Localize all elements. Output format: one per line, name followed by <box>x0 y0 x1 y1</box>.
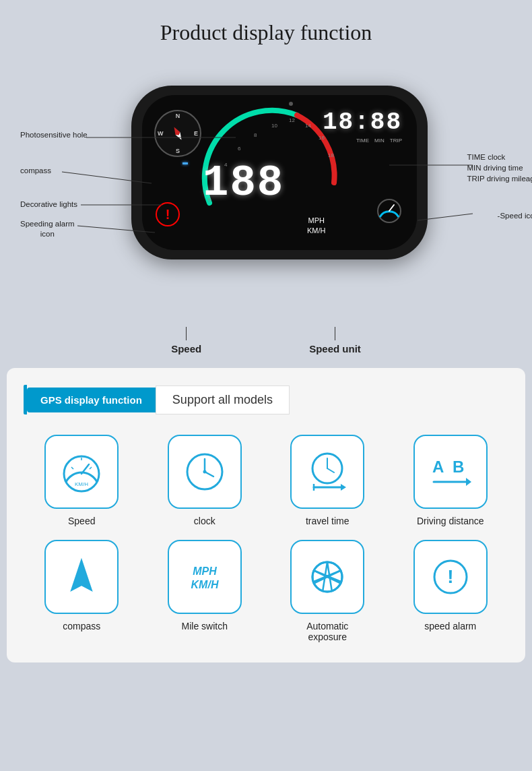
speed-icon-label: -Speed icon <box>498 210 532 221</box>
svg-line-24 <box>71 467 73 469</box>
svg-text:6: 6 <box>238 146 241 152</box>
distance-icon-box: A B <box>413 435 488 509</box>
mile-icon-box: MPH KM/H <box>168 540 242 614</box>
speeding-alarm-icon: ! <box>156 202 180 226</box>
alarm-icon-box: ! <box>413 540 488 614</box>
compass-label: compass <box>20 165 51 176</box>
svg-point-31 <box>203 470 206 474</box>
feature-auto-exposure: Automatic exposure <box>269 540 386 642</box>
svg-text:B: B <box>453 458 464 476</box>
bottom-section: GPS display function Support all models … <box>7 368 525 662</box>
svg-text:MPH: MPH <box>193 565 217 577</box>
svg-line-34 <box>327 468 334 472</box>
compass-feature-label: compass <box>63 621 100 631</box>
speed-units: MPH KM/H <box>307 216 326 235</box>
speed-unit-bottom-label: Speed unit <box>309 327 361 354</box>
time-digits: 18:88 <box>323 109 402 136</box>
svg-text:14: 14 <box>305 123 311 129</box>
decorative-label: Decorative lights <box>20 199 77 210</box>
travel-icon-box <box>290 435 364 509</box>
clock-icon-box <box>168 435 242 509</box>
device-diagram: Photosensitive hole compass Decorative l… <box>13 65 532 321</box>
kmh-label: KM/H <box>307 226 326 235</box>
svg-text:KM/H: KM/H <box>75 481 88 487</box>
speed-icon-widget <box>376 198 402 226</box>
decorative-lights <box>182 162 188 164</box>
svg-text:!: ! <box>447 566 453 587</box>
speed-alarm-label: speed alarm <box>424 621 476 631</box>
mile-switch-icon: MPH KM/H <box>181 553 228 600</box>
time-sub-labels: TIME MIN TRIP <box>323 137 402 144</box>
driving-distance-label: Driving distance <box>417 516 484 526</box>
svg-marker-42 <box>71 560 92 590</box>
feature-clock: clock <box>147 435 263 526</box>
travel-time-label: travel time <box>306 516 350 526</box>
feature-compass: compass <box>24 540 140 642</box>
speed-digits: 188 <box>203 159 284 208</box>
svg-text:8: 8 <box>254 132 257 138</box>
feature-driving-distance: A B Driving distance <box>393 435 509 526</box>
time-display: 18:88 TIME MIN TRIP <box>323 109 402 144</box>
time-clock-label: TIME clock MIN driving time TRIP driving… <box>467 152 532 184</box>
feature-speed-alarm: ! speed alarm <box>393 540 509 642</box>
svg-text:18: 18 <box>328 152 334 158</box>
speed-label: Speed <box>68 516 95 526</box>
svg-line-13 <box>389 205 394 211</box>
hud-device: N S E W <box>131 86 428 259</box>
feature-speed: KM/H Speed <box>24 435 140 526</box>
distance-icon: A B <box>427 448 474 495</box>
bottom-labels: Speed Speed unit <box>13 327 519 354</box>
speed-icon-box: KM/H <box>44 435 119 509</box>
travel-icon <box>304 448 351 495</box>
gps-subtitle: Support all models <box>156 386 290 414</box>
page-title: Product display function <box>13 20 519 45</box>
speed-alarm-icon: ! <box>427 553 474 600</box>
svg-marker-41 <box>466 478 471 486</box>
mph-label: MPH <box>307 216 326 225</box>
top-section: Product display function Photosensitive … <box>0 0 532 368</box>
feature-mile-switch: MPH KM/H Mile switch <box>147 540 263 642</box>
gps-tab: GPS display function <box>27 388 156 412</box>
svg-marker-36 <box>341 484 346 491</box>
svg-text:10: 10 <box>271 123 277 129</box>
svg-line-26 <box>90 467 92 469</box>
svg-text:A: A <box>432 458 444 476</box>
feature-travel-time: travel time <box>269 435 386 526</box>
compass-icon-box <box>44 540 119 614</box>
clock-label: clock <box>194 516 215 526</box>
clock-icon <box>181 448 228 495</box>
svg-text:12: 12 <box>289 117 295 123</box>
exposure-icon <box>304 553 351 600</box>
compass-widget: N S E W <box>154 110 201 157</box>
photosensitive-label: Photosensitive hole <box>20 129 88 140</box>
gps-header: GPS display function Support all models <box>24 385 508 414</box>
compass-feature-icon <box>58 553 105 600</box>
speed-bottom-label: Speed <box>171 327 201 354</box>
exposure-icon-box <box>290 540 364 614</box>
features-grid: KM/H Speed <box>24 435 508 642</box>
auto-exposure-label: Automatic exposure <box>306 621 348 642</box>
speedometer-icon: KM/H <box>58 448 105 495</box>
svg-text:KM/H: KM/H <box>191 579 218 590</box>
mile-switch-label: Mile switch <box>182 621 228 631</box>
speeding-label: Speeding alarmicon <box>20 219 75 239</box>
